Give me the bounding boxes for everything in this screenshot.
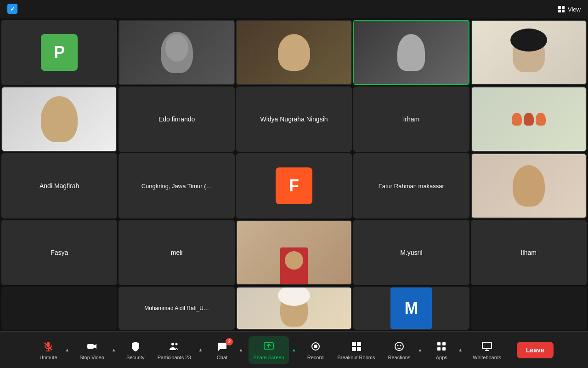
- participant-tile: P: [1, 20, 117, 85]
- participants-label: Participants 23: [158, 355, 191, 360]
- participant-name: Andi Magfirah: [40, 182, 79, 190]
- svg-rect-2: [558, 6, 561, 9]
- record-button[interactable]: Record: [302, 336, 329, 364]
- participant-name: Muhammad Aidil Rafi_U…: [144, 305, 209, 311]
- participant-name: Irham: [403, 115, 419, 123]
- participants-icon: [168, 340, 181, 353]
- stop-video-button[interactable]: Stop Video: [75, 336, 109, 364]
- participant-tile: Widya Nugraha Ningsih: [236, 86, 352, 152]
- breakout-label: Breakout Rooms: [338, 355, 375, 360]
- whiteboards-button[interactable]: Whiteboards: [468, 336, 506, 364]
- share-screen-label: Share Screen: [253, 355, 284, 360]
- share-screen-button[interactable]: Share Screen: [249, 336, 288, 364]
- participant-tile: [236, 20, 352, 85]
- participant-name: Edo firnando: [158, 115, 195, 123]
- svg-point-21: [397, 345, 398, 346]
- participant-name: meli: [171, 249, 183, 256]
- svg-point-20: [395, 342, 403, 351]
- view-label: View: [568, 6, 581, 13]
- avatar-letter: P: [41, 34, 78, 71]
- record-icon: [309, 340, 322, 353]
- unmute-label: Unmute: [40, 355, 57, 360]
- toolbar: Unmute ▲ Stop Video ▲ Security: [0, 331, 588, 368]
- svg-point-22: [400, 345, 401, 346]
- share-screen-icon: [262, 340, 275, 353]
- participants-grid: P Edo fir: [0, 18, 588, 331]
- chat-caret[interactable]: ▲: [237, 345, 245, 354]
- zoom-logo: ✓: [7, 4, 17, 14]
- stop-video-group: Stop Video ▲: [75, 336, 118, 364]
- participant-tile: Cungkring, Jawa Timur (…: [119, 153, 234, 218]
- svg-rect-24: [442, 342, 446, 345]
- view-button[interactable]: View: [558, 6, 581, 13]
- mic-muted-icon: [42, 340, 55, 353]
- svg-rect-26: [442, 347, 446, 351]
- share-screen-caret[interactable]: ▲: [290, 345, 298, 354]
- participant-tile: Muhammad Aidil Rafi_U…: [119, 287, 234, 330]
- video-icon: [85, 340, 98, 353]
- participant-tile: Fasya: [1, 220, 117, 285]
- security-button[interactable]: Security: [122, 336, 149, 364]
- participant-tile: F: [236, 153, 352, 218]
- svg-rect-10: [87, 344, 94, 349]
- top-bar: ✓ View: [0, 0, 588, 18]
- participant-tile: [471, 86, 587, 152]
- reactions-button[interactable]: Reactions: [383, 336, 415, 364]
- svg-rect-19: [357, 347, 361, 351]
- apps-caret[interactable]: ▲: [456, 345, 464, 354]
- participant-name: Fatur Rahman makassar: [379, 183, 444, 190]
- participant-tile: Fatur Rahman makassar: [353, 153, 469, 218]
- participant-tile: [119, 20, 234, 85]
- reactions-label: Reactions: [388, 355, 410, 360]
- participant-tile: [471, 153, 587, 218]
- avatar-letter: M: [390, 288, 432, 329]
- svg-rect-5: [562, 10, 565, 12]
- svg-rect-23: [437, 342, 441, 345]
- chat-group: 2 Chat ▲: [208, 336, 245, 364]
- participant-tile: meli: [119, 220, 234, 285]
- stop-video-label: Stop Video: [79, 355, 104, 360]
- apps-button[interactable]: Apps: [428, 336, 455, 364]
- participant-tile: [1, 287, 117, 330]
- participant-tile: Andi Magfirah: [1, 153, 117, 218]
- reactions-group: Reactions ▲: [383, 336, 424, 364]
- svg-rect-3: [562, 6, 565, 9]
- participant-tile: Ilham: [471, 220, 587, 285]
- record-label: Record: [307, 355, 323, 360]
- svg-rect-25: [437, 347, 441, 351]
- chat-button[interactable]: 2 Chat: [208, 336, 236, 364]
- apps-label: Apps: [436, 355, 447, 360]
- whiteboards-label: Whiteboards: [473, 355, 501, 360]
- leave-button[interactable]: Leave: [517, 342, 554, 358]
- svg-rect-18: [352, 347, 356, 351]
- participant-tile: Edo firnando: [119, 86, 234, 152]
- stop-video-caret[interactable]: ▲: [110, 345, 118, 354]
- participant-name: Fasya: [51, 249, 68, 256]
- chat-label: Chat: [217, 355, 227, 360]
- participant-tile: [471, 20, 587, 85]
- participant-tile: [236, 220, 352, 285]
- reactions-caret[interactable]: ▲: [416, 345, 424, 354]
- unmute-caret[interactable]: ▲: [63, 345, 71, 354]
- chat-badge: 2: [226, 338, 233, 345]
- svg-rect-17: [357, 342, 361, 346]
- whiteboards-icon: [481, 340, 493, 353]
- security-icon: [129, 340, 142, 353]
- svg-rect-27: [482, 342, 492, 349]
- svg-rect-4: [558, 10, 561, 12]
- svg-text:✓: ✓: [10, 6, 15, 12]
- participant-tile: Irham: [353, 86, 469, 152]
- breakout-icon: [350, 340, 363, 353]
- participants-button[interactable]: Participants 23: [153, 336, 196, 364]
- participant-tile: M.yusril: [353, 220, 469, 285]
- svg-point-11: [171, 343, 174, 345]
- participants-caret[interactable]: ▲: [197, 345, 205, 354]
- participant-tile: [353, 20, 469, 85]
- breakout-rooms-button[interactable]: Breakout Rooms: [333, 336, 380, 364]
- svg-rect-16: [352, 342, 356, 346]
- participants-group: Participants 23 ▲: [153, 336, 205, 364]
- unmute-button[interactable]: Unmute: [34, 336, 62, 364]
- avatar-letter: F: [276, 167, 312, 204]
- svg-point-12: [175, 343, 178, 345]
- participant-name: M.yusril: [400, 249, 422, 256]
